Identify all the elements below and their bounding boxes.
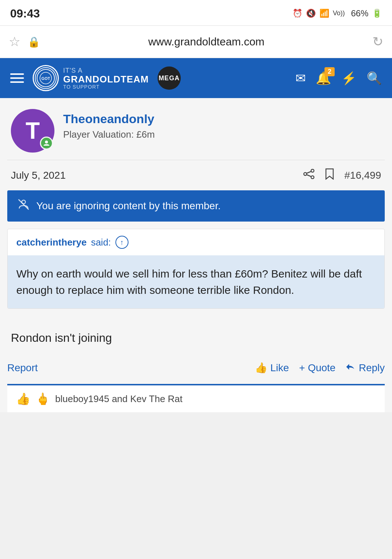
quote-said: said: bbox=[91, 237, 111, 248]
svg-point-6 bbox=[311, 169, 314, 172]
reload-icon[interactable]: ↻ bbox=[372, 34, 383, 49]
mute-icon: 🔇 bbox=[306, 9, 316, 18]
svg-point-5 bbox=[45, 141, 48, 143]
report-button[interactable]: Report bbox=[7, 362, 255, 374]
site-logo[interactable]: GOT IT'S A GRANDOLDTEAM TO SUPPORT bbox=[33, 65, 149, 91]
hamburger-menu[interactable] bbox=[10, 73, 24, 83]
browser-bar: ☆ 🔒 www.grandoldteam.com ↻ bbox=[0, 25, 392, 58]
lightning-icon[interactable]: ⚡ bbox=[341, 71, 356, 85]
quote-arrow-icon[interactable]: ↑ bbox=[115, 236, 128, 249]
quote-header: catcherintherye said: ↑ bbox=[8, 229, 384, 255]
quote-block: catcherintherye said: ↑ Why on earth wou… bbox=[7, 229, 385, 309]
notification-badge: 2 bbox=[324, 67, 335, 76]
thumbs-up-emoji: 👍 bbox=[16, 392, 30, 406]
like-icon: 👍 bbox=[255, 362, 268, 374]
reactions-text: blueboy1945 and Kev The Rat bbox=[55, 393, 183, 405]
post-container: T Theoneandonly Player Valuation: £6m Ju… bbox=[0, 98, 392, 412]
post-meta: July 5, 2021 #16,499 bbox=[0, 160, 392, 190]
like-button[interactable]: 👍 Like bbox=[255, 362, 289, 374]
mail-icon[interactable]: ✉ bbox=[295, 71, 306, 85]
user-section: T Theoneandonly Player Valuation: £6m bbox=[0, 98, 392, 160]
search-icon[interactable]: 🔍 bbox=[367, 71, 382, 85]
post-body: Rondon isn't joining bbox=[0, 316, 392, 354]
wifi-icon: 📶 bbox=[319, 9, 329, 18]
notification-icon[interactable]: 🔔 2 bbox=[316, 71, 331, 85]
svg-line-10 bbox=[307, 175, 311, 177]
quote-button[interactable]: + Quote bbox=[299, 362, 335, 374]
lock-icon: 🔒 bbox=[28, 36, 40, 48]
svg-line-9 bbox=[307, 171, 311, 173]
status-time: 09:43 bbox=[10, 7, 40, 20]
user-details: Theoneandonly Player Valuation: £6m bbox=[63, 109, 155, 140]
signal-icon: Vo)) bbox=[333, 8, 347, 19]
share-icon[interactable] bbox=[303, 169, 315, 182]
post-footer: Report 👍 Like + Quote Reply bbox=[0, 354, 392, 384]
bookmark-icon[interactable] bbox=[325, 168, 334, 182]
username[interactable]: Theoneandonly bbox=[63, 112, 155, 126]
battery-icon: 🔋 bbox=[372, 9, 382, 18]
status-icons: ⏰ 🔇 📶 Vo)) 66% 🔋 bbox=[293, 8, 382, 19]
mega-badge[interactable]: MEGA bbox=[158, 66, 181, 90]
svg-line-12 bbox=[19, 199, 29, 210]
post-actions-meta: #16,499 bbox=[303, 168, 381, 182]
battery-text: 66% bbox=[351, 8, 368, 19]
ignore-banner: You are ignoring content by this member. bbox=[7, 190, 385, 222]
reactions-row: 👍 🖕 blueboy1945 and Kev The Rat bbox=[7, 384, 385, 412]
url-bar[interactable]: www.grandoldteam.com bbox=[48, 36, 365, 48]
site-header: GOT IT'S A GRANDOLDTEAM TO SUPPORT MEGA … bbox=[0, 58, 392, 98]
favorite-icon[interactable]: ☆ bbox=[9, 34, 20, 49]
ignore-text: You are ignoring content by this member. bbox=[36, 200, 221, 212]
svg-point-8 bbox=[304, 173, 307, 175]
middle-finger-emoji: 🖕 bbox=[36, 392, 50, 406]
svg-point-7 bbox=[311, 176, 314, 179]
ignore-icon bbox=[17, 198, 30, 214]
reply-button[interactable]: Reply bbox=[346, 362, 385, 374]
post-number: #16,499 bbox=[344, 170, 381, 181]
post-date: July 5, 2021 bbox=[11, 170, 66, 181]
user-valuation: Player Valuation: £6m bbox=[63, 129, 155, 140]
svg-text:Vo)): Vo)) bbox=[333, 9, 345, 17]
quote-author[interactable]: catcherintherye bbox=[16, 237, 87, 248]
header-icons: ✉ 🔔 2 ⚡ 🔍 bbox=[295, 71, 382, 85]
logo-circle: GOT bbox=[33, 65, 59, 91]
logo-its-a: IT'S A bbox=[63, 67, 149, 74]
alarm-icon: ⏰ bbox=[293, 9, 302, 18]
online-indicator bbox=[40, 137, 53, 150]
avatar-wrapper: T bbox=[11, 109, 54, 153]
logo-text: IT'S A GRANDOLDTEAM TO SUPPORT bbox=[63, 67, 149, 90]
svg-text:GOT: GOT bbox=[41, 76, 50, 81]
logo-support: TO SUPPORT bbox=[63, 84, 149, 90]
status-bar: 09:43 ⏰ 🔇 📶 Vo)) 66% 🔋 bbox=[0, 0, 392, 25]
logo-inner: GOT bbox=[35, 67, 57, 89]
quote-body: Why on earth would we sell him for less … bbox=[8, 255, 384, 308]
logo-name: GRANDOLDTEAM bbox=[63, 74, 149, 84]
reply-icon bbox=[346, 362, 356, 374]
